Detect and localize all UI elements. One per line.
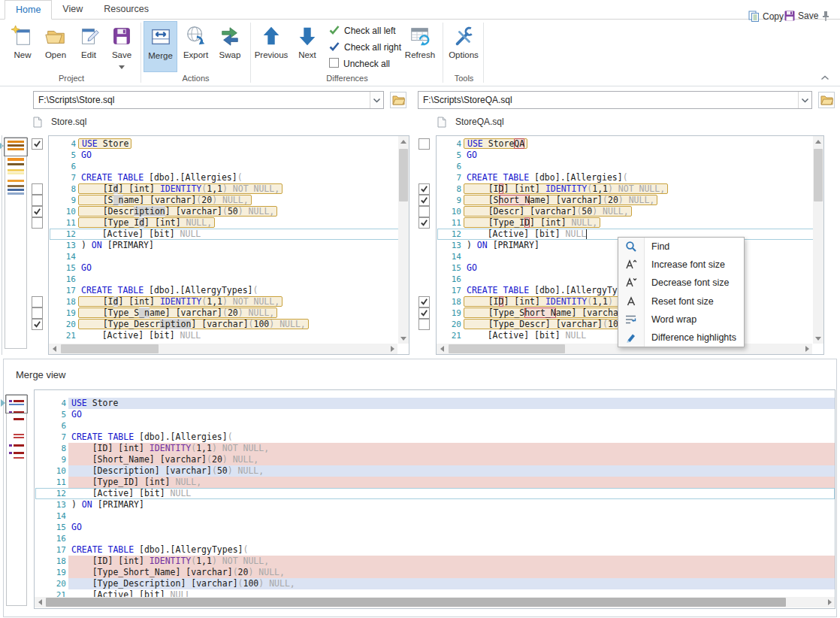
right-vertical-scrollbar[interactable] bbox=[813, 136, 823, 344]
checkbox-empty-icon bbox=[329, 58, 339, 70]
left-line-18-checkbox[interactable] bbox=[32, 296, 43, 307]
scroll-left-button[interactable] bbox=[437, 344, 447, 354]
word-wrap-menu-item[interactable]: Word wrap bbox=[618, 311, 744, 329]
right-file-tab[interactable]: StoreQA.sql bbox=[437, 114, 504, 130]
export-button[interactable]: Export bbox=[179, 21, 213, 72]
ribbon-tab-home[interactable]: Home bbox=[5, 0, 52, 20]
left-line-11-checkbox[interactable] bbox=[32, 217, 43, 229]
scroll-up-button[interactable] bbox=[813, 136, 823, 147]
scroll-up-button[interactable] bbox=[398, 136, 409, 147]
save-button[interactable]: Save bbox=[105, 21, 138, 72]
code-text: GO bbox=[467, 262, 477, 274]
scrollbar-thumb[interactable] bbox=[46, 598, 786, 607]
line-number: 16 bbox=[49, 274, 76, 285]
ribbon-collapse-button[interactable] bbox=[820, 72, 832, 81]
menu-item-label: Increase font size bbox=[651, 259, 725, 270]
edit-button[interactable]: Edit bbox=[72, 21, 105, 72]
diff-highlight-box: [Type_S_name] [varchar](20) NULL, bbox=[78, 307, 277, 318]
left-horizontal-scrollbar[interactable] bbox=[49, 344, 397, 354]
left-diff-minimap[interactable] bbox=[5, 137, 27, 349]
line-number: 9 bbox=[49, 195, 76, 206]
right-line-11-checkbox[interactable] bbox=[418, 217, 430, 229]
merge-editor[interactable]: 4USE Store5GO67CREATE TABLE [dbo].[Aller… bbox=[34, 389, 835, 609]
next-button[interactable]: Next bbox=[291, 21, 324, 72]
check-all-right-label: Check all right bbox=[344, 42, 401, 53]
pin-button[interactable] bbox=[821, 11, 830, 22]
copy-button-label: Copy bbox=[763, 11, 784, 22]
previous-button[interactable]: Previous bbox=[254, 21, 289, 72]
left-file-path-combobox[interactable]: F:\Scripts\Store.sql bbox=[33, 91, 384, 109]
right-path-dropdown-button[interactable] bbox=[798, 92, 811, 108]
right-line-20-checkbox[interactable] bbox=[418, 319, 430, 330]
merge-button[interactable]: Merge bbox=[144, 21, 177, 72]
increase-font-size-menu-item[interactable]: Increase font size bbox=[618, 256, 744, 274]
line-number: 8 bbox=[437, 183, 461, 195]
options-button[interactable]: Options bbox=[446, 21, 481, 72]
left-browse-button[interactable] bbox=[390, 92, 406, 108]
scroll-right-button[interactable] bbox=[387, 344, 397, 354]
left-file-tab[interactable]: Store.sql bbox=[33, 114, 86, 130]
right-line-9-checkbox[interactable] bbox=[418, 195, 430, 206]
right-line-10-checkbox[interactable] bbox=[418, 206, 430, 217]
copy-button[interactable]: Copy bbox=[748, 11, 784, 23]
right-line-18-checkbox[interactable] bbox=[418, 296, 430, 307]
scroll-right-button[interactable] bbox=[802, 344, 812, 354]
left-line-4-checkbox[interactable] bbox=[32, 138, 43, 150]
scroll-down-button[interactable] bbox=[398, 333, 409, 344]
scrollbar-thumb[interactable] bbox=[61, 344, 159, 353]
line-number: 7 bbox=[35, 432, 66, 443]
new-button[interactable]: New bbox=[6, 21, 39, 72]
left-line-9-checkbox[interactable] bbox=[32, 195, 43, 206]
scroll-left-button[interactable] bbox=[35, 597, 45, 607]
scrollbar-thumb[interactable] bbox=[399, 149, 408, 201]
line-number: 7 bbox=[437, 172, 461, 183]
right-file-path-combobox[interactable]: F:\Scripts\StoreQA.sql bbox=[418, 91, 812, 109]
scroll-down-button[interactable] bbox=[813, 333, 823, 344]
line-number: 20 bbox=[49, 319, 76, 330]
code-text: [Type_Short_Name] [varchar](20) NULL, bbox=[71, 567, 285, 578]
left-path-dropdown-button[interactable] bbox=[370, 92, 383, 108]
minimap-diff-bar bbox=[8, 172, 24, 174]
left-line-19-checkbox[interactable] bbox=[32, 307, 43, 319]
left-line-10-checkbox[interactable] bbox=[32, 206, 43, 217]
save-merge-button[interactable]: Save bbox=[784, 11, 818, 21]
line-number: 10 bbox=[35, 465, 66, 477]
swap-icon bbox=[214, 21, 246, 50]
right-browse-button[interactable] bbox=[818, 92, 835, 108]
arrow-up-icon bbox=[254, 21, 289, 50]
line-number: 15 bbox=[35, 522, 66, 533]
open-button[interactable]: Open bbox=[39, 21, 72, 72]
left-diff-editor[interactable]: 4USE Store5GO67CREATE TABLE [dbo].[Aller… bbox=[48, 135, 409, 355]
right-file-tab-label: StoreQA.sql bbox=[455, 117, 504, 127]
swap-button[interactable]: Swap bbox=[214, 21, 246, 72]
left-line-8-checkbox[interactable] bbox=[32, 183, 43, 195]
ribbon-tab-view[interactable]: View bbox=[52, 0, 93, 19]
line-number: 19 bbox=[49, 307, 76, 319]
merge-minimap[interactable] bbox=[6, 394, 27, 606]
difference-highlights-menu-item[interactable]: Difference highlights bbox=[618, 329, 744, 347]
scroll-left-button[interactable] bbox=[49, 344, 59, 354]
left-vertical-scrollbar[interactable] bbox=[398, 136, 409, 344]
code-text: [S_name] [varchar](20) NULL, bbox=[81, 195, 252, 206]
code-text: ) ON [PRIMARY] bbox=[81, 240, 154, 251]
merge-horizontal-scrollbar[interactable] bbox=[35, 597, 835, 607]
decrease-font-size-menu-item[interactable]: Decrease font size bbox=[618, 274, 744, 292]
right-line-19-checkbox[interactable] bbox=[418, 307, 430, 319]
check-all-left-button[interactable]: Check all left bbox=[329, 23, 412, 38]
scrollbar-thumb[interactable] bbox=[449, 344, 565, 353]
uncheck-all-button[interactable]: Uncheck all bbox=[329, 56, 412, 71]
check-all-right-button[interactable]: Check all right bbox=[329, 40, 412, 55]
right-line-8-checkbox[interactable] bbox=[418, 183, 430, 195]
code-text: ) ON [PRIMARY] bbox=[467, 240, 539, 251]
find-menu-item[interactable]: Find bbox=[618, 238, 744, 256]
open-label: Open bbox=[39, 50, 72, 59]
code-text: GO bbox=[81, 150, 92, 161]
ribbon-tab-resources[interactable]: Resources bbox=[93, 0, 159, 19]
left-line-20-checkbox[interactable] bbox=[32, 319, 43, 330]
minimap-diff-bar bbox=[9, 452, 12, 454]
code-text: GO bbox=[81, 262, 92, 274]
right-line-4-checkbox[interactable] bbox=[418, 138, 430, 150]
scroll-right-button[interactable] bbox=[824, 597, 835, 607]
reset-font-size-menu-item[interactable]: Reset font size bbox=[618, 292, 744, 311]
scrollbar-thumb[interactable] bbox=[814, 149, 823, 201]
